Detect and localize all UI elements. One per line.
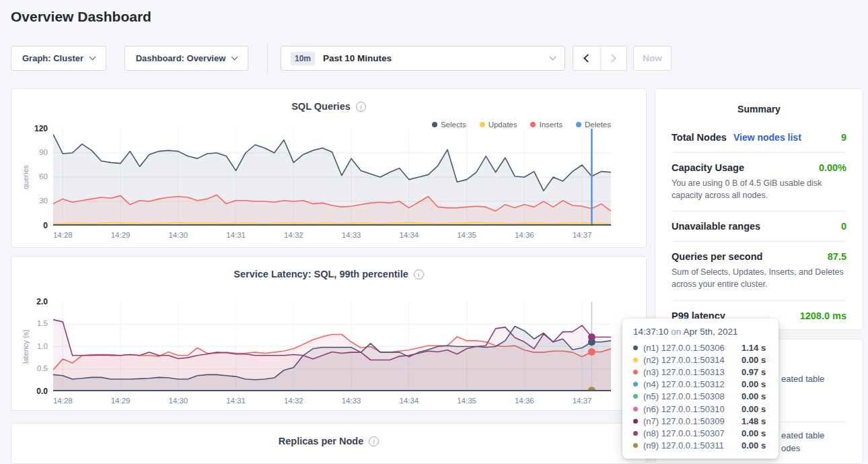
x-tick-label: 14:36 bbox=[509, 397, 539, 405]
x-tick-label: 14:36 bbox=[509, 231, 539, 239]
legend-label: Selects bbox=[441, 121, 466, 129]
prev-range-button[interactable] bbox=[573, 46, 600, 70]
tooltip-timestamp: 14:37:10 on Apr 5th, 2021 bbox=[622, 327, 779, 337]
time-range-badge: 10m bbox=[291, 52, 315, 65]
x-tick-label: 14:34 bbox=[394, 231, 424, 239]
tooltip-node-value: 0.00 s bbox=[742, 379, 766, 389]
y-tick-label: 1.5 bbox=[11, 319, 48, 327]
tooltip-row: (n1) 127.0.0.1:503061.14 s bbox=[622, 341, 779, 354]
y-tick-label: 0.5 bbox=[11, 364, 48, 372]
next-range-button[interactable] bbox=[600, 46, 627, 70]
x-tick-label: 14:30 bbox=[164, 231, 193, 239]
unavailable-label: Unavailable ranges bbox=[672, 221, 760, 232]
tooltip-node-value: 0.00 s bbox=[742, 440, 766, 451]
summary-row-unavailable: Unavailable ranges 0 bbox=[672, 221, 846, 232]
y-tick-label: 30 bbox=[11, 197, 48, 205]
y-tick-label: 1.0 bbox=[11, 342, 48, 350]
dashboard-dropdown[interactable]: Dashboard: Overview bbox=[124, 46, 248, 71]
x-tick-label: 14:33 bbox=[336, 231, 366, 239]
divider bbox=[672, 152, 846, 153]
x-tick-label: 14:28 bbox=[48, 231, 77, 239]
info-icon[interactable]: i bbox=[356, 102, 366, 112]
chevron-left-icon bbox=[583, 54, 592, 63]
tooltip-node-value: 0.00 s bbox=[742, 355, 766, 365]
x-tick-label: 14:35 bbox=[452, 231, 482, 239]
tooltip-node-value: 0.00 s bbox=[742, 391, 766, 401]
series-dot-icon bbox=[633, 345, 638, 350]
x-tick-label: 14:28 bbox=[48, 397, 77, 405]
legend-label: Inserts bbox=[539, 121, 563, 129]
tooltip-row: (n6) 127.0.0.1:503100.00 s bbox=[622, 403, 779, 415]
x-tick-label: 14:32 bbox=[279, 397, 308, 405]
series-dot-icon bbox=[633, 431, 638, 436]
x-tick-label: 14:29 bbox=[106, 231, 135, 239]
divider bbox=[672, 300, 846, 301]
chart-title: Service Latency: SQL, 99th percentile bbox=[233, 269, 408, 279]
tooltip-row: (n3) 127.0.0.1:503130.97 s bbox=[622, 366, 779, 378]
tooltip-node-label: (n9) 127.0.0.1:50311 bbox=[643, 440, 742, 451]
info-icon[interactable]: i bbox=[414, 269, 424, 279]
sql-queries-card: SQL Queries i SelectsUpdatesInsertsDelet… bbox=[11, 88, 647, 248]
now-button[interactable]: Now bbox=[633, 46, 672, 71]
tooltip-row: (n4) 127.0.0.1:503120.00 s bbox=[622, 378, 779, 391]
replicas-per-node-card: Replicas per Node i bbox=[11, 423, 647, 464]
qps-label: Queries per second bbox=[672, 251, 762, 262]
legend-item-deletes[interactable]: Deletes bbox=[576, 121, 611, 129]
y-tick-label: 2.0 bbox=[11, 297, 48, 306]
tooltip-node-label: (n5) 127.0.0.1:50308 bbox=[643, 391, 742, 401]
y-tick-label: 90 bbox=[11, 148, 48, 156]
series-dot-icon bbox=[633, 370, 638, 374]
legend-label: Updates bbox=[489, 121, 517, 129]
info-icon[interactable]: i bbox=[369, 436, 379, 446]
total-nodes-label: Total Nodes bbox=[672, 132, 727, 143]
series-dot-icon bbox=[633, 358, 638, 362]
time-range-label: Past 10 Minutes bbox=[323, 53, 550, 63]
legend-item-inserts[interactable]: Inserts bbox=[530, 121, 563, 129]
y-tick-label: 120 bbox=[11, 124, 48, 133]
x-tick-label: 14:29 bbox=[106, 397, 135, 405]
x-tick-label: 14:35 bbox=[452, 397, 482, 405]
chevron-down-icon bbox=[89, 54, 96, 61]
tooltip-node-value: 1.14 s bbox=[742, 343, 766, 353]
page-title: Overview Dashboard bbox=[11, 9, 151, 25]
summary-row-capacity: Capacity Usage 0.00% bbox=[672, 162, 846, 173]
dashboard-label: Dashboard: Overview bbox=[136, 53, 226, 63]
series-dot-icon bbox=[432, 122, 437, 127]
plot-area[interactable] bbox=[53, 302, 611, 391]
x-tick-label: 14:32 bbox=[279, 231, 308, 239]
qps-description: Sum of Selects, Updates, Inserts, and De… bbox=[672, 266, 846, 290]
chart-title: SQL Queries bbox=[291, 101, 351, 112]
tooltip-row: (n7) 127.0.0.1:503091.48 s bbox=[622, 415, 779, 427]
y-tick-label: 60 bbox=[11, 172, 48, 180]
tooltip-node-value: 0.00 s bbox=[742, 404, 766, 414]
x-tick-label: 14:37 bbox=[567, 397, 597, 405]
series-dot-icon bbox=[633, 394, 638, 399]
event-text-fragment: eated table bbox=[781, 374, 824, 384]
chevron-down-icon bbox=[231, 54, 238, 61]
p99-value: 1208.0 ms bbox=[800, 310, 846, 321]
capacity-label: Capacity Usage bbox=[672, 162, 744, 173]
series-dot-icon bbox=[576, 122, 581, 127]
plot-area[interactable] bbox=[53, 129, 611, 226]
tooltip-node-label: (n1) 127.0.0.1:50306 bbox=[643, 343, 742, 353]
legend-item-selects[interactable]: Selects bbox=[432, 121, 466, 129]
time-range-picker[interactable]: 10m Past 10 Minutes bbox=[281, 46, 565, 71]
summary-row-total-nodes: Total Nodes View nodes list 9 bbox=[672, 132, 846, 143]
series-dot-icon bbox=[633, 407, 638, 411]
tooltip-node-value: 0.00 s bbox=[742, 428, 766, 438]
x-tick-label: 14:33 bbox=[336, 397, 366, 405]
capacity-value: 0.00% bbox=[819, 162, 846, 173]
y-tick-label: 0.0 bbox=[11, 387, 48, 396]
view-nodes-link[interactable]: View nodes list bbox=[733, 132, 801, 143]
graph-scope-label: Graph: Cluster bbox=[22, 53, 83, 63]
capacity-description: You are using 0 B of 4.5 GiB usable disk… bbox=[672, 177, 846, 201]
chevron-down-icon bbox=[550, 54, 556, 61]
series-dot-icon bbox=[633, 443, 638, 448]
sql-legend: SelectsUpdatesInsertsDeletes bbox=[432, 121, 611, 129]
graph-scope-dropdown[interactable]: Graph: Cluster bbox=[11, 46, 106, 71]
chevron-right-icon bbox=[608, 54, 616, 63]
tooltip-row: (n9) 127.0.0.1:503110.00 s bbox=[622, 440, 779, 452]
legend-item-updates[interactable]: Updates bbox=[480, 121, 517, 129]
tooltip-node-label: (n8) 127.0.0.1:50307 bbox=[643, 428, 742, 438]
total-nodes-value: 9 bbox=[841, 132, 846, 143]
